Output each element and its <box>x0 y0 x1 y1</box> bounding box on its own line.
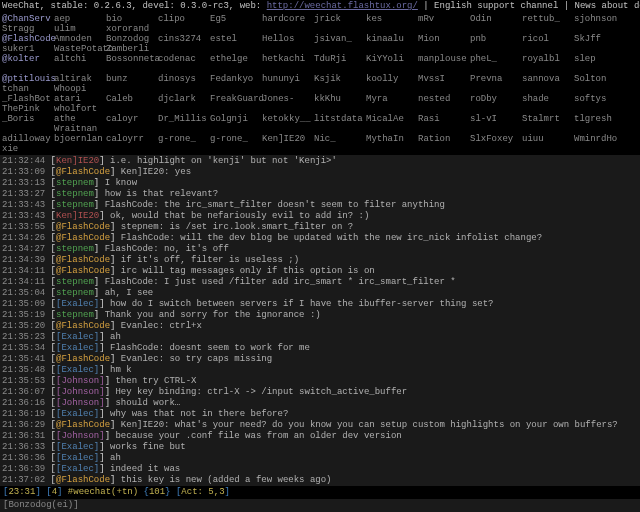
nick-entry[interactable]: caloyr <box>106 114 158 124</box>
nick-entry[interactable]: litstdata <box>314 114 366 124</box>
nick-entry[interactable]: shade <box>522 94 574 104</box>
nick-entry[interactable]: sannova <box>522 74 574 84</box>
nick-entry[interactable]: hardcore <box>262 14 314 24</box>
nick-entry[interactable]: jsivan_ <box>314 34 366 44</box>
nick-entry[interactable]: _Boris <box>2 114 54 124</box>
nick-entry[interactable]: tchan <box>2 84 54 94</box>
nick-entry[interactable]: hetkachi <box>262 54 314 64</box>
nick-entry[interactable]: Bonzodog <box>106 34 158 44</box>
nick-entry[interactable]: ethelge <box>210 54 262 64</box>
nick-entry[interactable]: royalbl <box>522 54 574 64</box>
nick-entry[interactable]: koolly <box>366 74 418 84</box>
nick-entry[interactable]: altchi <box>54 54 106 64</box>
link-main[interactable]: http://weechat.flashtux.org/ <box>267 1 418 11</box>
nick-entry[interactable]: roDby <box>470 94 522 104</box>
chat-line: 21:35:20 [@FlashCode] Evanlec: ctrl+x <box>2 321 638 332</box>
nick-entry[interactable]: Stalmrt <box>522 114 574 124</box>
nick-entry[interactable]: manplouse <box>418 54 470 64</box>
nick-entry[interactable]: TduRji <box>314 54 366 64</box>
nick-entry[interactable]: athe <box>54 114 106 124</box>
nick-entry[interactable]: Hellos <box>262 34 314 44</box>
nick-entry[interactable]: sjohnson <box>574 14 626 24</box>
nick-entry[interactable]: ulim <box>54 24 106 34</box>
nick-entry[interactable]: hununyi <box>262 74 314 84</box>
nick-entry[interactable]: nested <box>418 94 470 104</box>
nick-entry[interactable]: Dr_Millis <box>158 114 210 124</box>
nick-entry[interactable]: Golgnji <box>210 114 262 124</box>
nick-entry[interactable]: Amnoden <box>54 34 106 44</box>
nick-entry[interactable]: @FlashCode <box>2 34 54 44</box>
nick-entry[interactable]: jrick <box>314 14 366 24</box>
nick-entry[interactable]: slep <box>574 54 626 64</box>
chat-line: 21:36:29 [@FlashCode] Ken]IE20: what's y… <box>2 420 638 431</box>
nick-entry[interactable]: mRv <box>418 14 470 24</box>
nick-entry[interactable]: Solton <box>574 74 626 84</box>
nick-entry[interactable]: MythaIn <box>366 134 418 144</box>
nick-entry[interactable]: xororand <box>106 24 158 34</box>
nick-entry[interactable]: bio <box>106 14 158 24</box>
nick-entry[interactable]: Stragg <box>2 24 54 34</box>
nick-entry[interactable]: Fedankyo <box>210 74 262 84</box>
nick-entry[interactable]: Ken]IE20 <box>262 134 314 144</box>
nick-entry[interactable]: SkJff <box>574 34 626 44</box>
nick-entry[interactable]: estel <box>210 34 262 44</box>
nick-entry[interactable]: ricol <box>522 34 574 44</box>
nick-entry[interactable]: _FlashBot <box>2 94 54 104</box>
nick-entry[interactable]: adilloway <box>2 134 54 144</box>
nick-entry[interactable]: @ptitlouis <box>2 74 54 84</box>
nick-entry[interactable]: clipo <box>158 14 210 24</box>
nick-entry[interactable]: Whoopi <box>54 84 106 94</box>
nick-entry[interactable]: kkKhu <box>314 94 366 104</box>
nick-entry[interactable]: softys <box>574 94 626 104</box>
nick-entry[interactable]: MvssI <box>418 74 470 84</box>
input-bar[interactable]: [Bonzodog(ei)] <box>0 499 640 512</box>
nick-entry[interactable]: FreakGuard <box>210 94 262 104</box>
nick-entry[interactable]: Nic_ <box>314 134 366 144</box>
nick-entry[interactable]: bunz <box>106 74 158 84</box>
nick-entry[interactable]: WminrdHo <box>574 134 626 144</box>
nick-entry[interactable]: xie <box>2 144 54 154</box>
nick-entry[interactable]: cins3274 <box>158 34 210 44</box>
nick-entry[interactable]: kes <box>366 14 418 24</box>
nick-entry[interactable]: suker1 <box>2 44 54 54</box>
nick-entry[interactable]: Eg5 <box>210 14 262 24</box>
nick-entry[interactable]: Jones- <box>262 94 314 104</box>
nick-entry[interactable]: sl-vI <box>470 114 522 124</box>
nick-entry[interactable]: djclark <box>158 94 210 104</box>
nick-entry[interactable]: Zamberli <box>106 44 158 54</box>
nick-entry[interactable]: Ration <box>418 134 470 144</box>
nick-entry[interactable]: Prevna <box>470 74 522 84</box>
nick-entry[interactable]: Mion <box>418 34 470 44</box>
nick-entry[interactable]: kinaalu <box>366 34 418 44</box>
nick-entry[interactable]: MicalAe <box>366 114 418 124</box>
nick-entry[interactable]: rettub_ <box>522 14 574 24</box>
nick-entry[interactable]: Rasi <box>418 114 470 124</box>
nick-entry[interactable]: wholfort <box>54 104 106 114</box>
nick-entry[interactable]: WastePotato <box>54 44 106 54</box>
nick-entry[interactable]: g-rone_ <box>210 134 262 144</box>
nick-entry[interactable]: ThePink <box>2 104 54 114</box>
nick-entry[interactable]: pnb <box>470 34 522 44</box>
nick-entry[interactable]: @ChanServ <box>2 14 54 24</box>
nick-entry[interactable]: Myra <box>366 94 418 104</box>
nick-entry[interactable]: caloyrr <box>106 134 158 144</box>
nick-entry[interactable]: bjoernlan <box>54 134 106 144</box>
nick-entry[interactable]: dinosys <box>158 74 210 84</box>
nick-entry[interactable]: pheL_ <box>470 54 522 64</box>
nick-entry[interactable]: Odin <box>470 14 522 24</box>
nick-entry[interactable]: Ksjik <box>314 74 366 84</box>
nick-entry[interactable]: codenac <box>158 54 210 64</box>
nick-entry[interactable]: KiYYoli <box>366 54 418 64</box>
nick-entry[interactable]: tlgresh <box>574 114 626 124</box>
nick-entry[interactable]: SlxFoxey <box>470 134 522 144</box>
nick-entry[interactable]: ketokky__ <box>262 114 314 124</box>
nick-entry[interactable]: Caleb <box>106 94 158 104</box>
nick-entry[interactable]: altirak <box>54 74 106 84</box>
nick-entry[interactable]: Wraitnan <box>54 124 106 134</box>
nick-entry[interactable]: atari <box>54 94 106 104</box>
nick-entry[interactable]: Bossonneta <box>106 54 158 64</box>
nick-entry[interactable]: @kolter <box>2 54 54 64</box>
nick-entry[interactable]: aep <box>54 14 106 24</box>
nick-entry[interactable]: g-rone_ <box>158 134 210 144</box>
nick-entry[interactable]: uiuu <box>522 134 574 144</box>
